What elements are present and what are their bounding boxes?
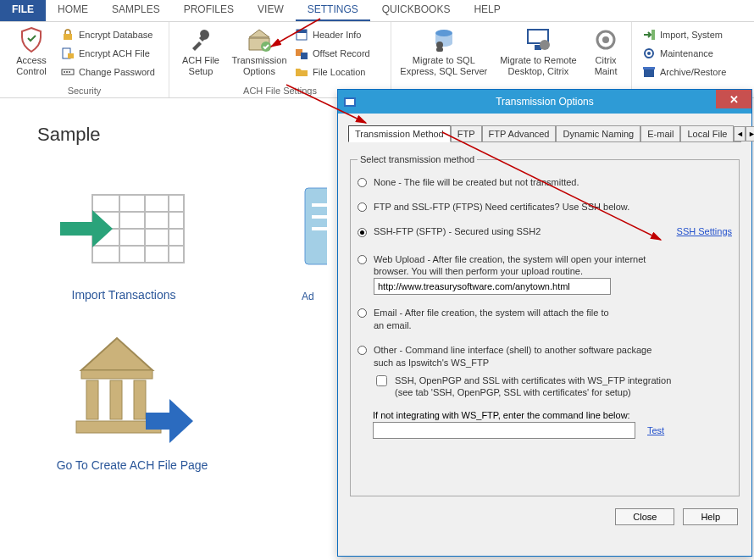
select-transmission-method-group: Select transmission method None - The fi… <box>350 154 740 496</box>
archive-restore-button[interactable]: Archive/Restore <box>639 64 729 80</box>
svg-rect-9 <box>297 30 307 33</box>
tile-create-ach-file[interactable]: Go To Create ACH File Page <box>39 333 225 472</box>
group-ach-settings: ACH File Setup Transmission Options Head… <box>169 22 391 97</box>
wsftp-checkbox[interactable] <box>376 375 387 386</box>
radio-none[interactable] <box>358 178 367 187</box>
dialog-icon <box>343 95 357 108</box>
dialog-title-bar[interactable]: Transmission Options ✕ <box>338 90 751 114</box>
dialog-close-button-bottom[interactable]: Close <box>615 508 674 525</box>
lock-icon <box>61 28 75 42</box>
change-password-button[interactable]: Change Password <box>58 64 158 80</box>
offset-record-button[interactable]: Offset Record <box>291 45 374 62</box>
database-user-icon <box>430 26 457 53</box>
command-line-input[interactable] <box>373 422 635 439</box>
test-link[interactable]: Test <box>647 425 664 435</box>
dialog-tabstrip: Transmission Method FTP FTP Advanced Dyn… <box>348 122 741 142</box>
radio-sftp[interactable] <box>358 228 367 237</box>
opt-other[interactable]: Other - Command line interface (shell) t… <box>358 344 732 369</box>
wsftp-integration-check[interactable]: SSH, OpenPGP and SSL with certificates w… <box>373 374 732 399</box>
svg-point-5 <box>66 71 68 73</box>
svg-rect-36 <box>81 370 152 379</box>
svg-rect-37 <box>86 380 98 419</box>
file-lock-icon <box>61 47 75 60</box>
group-label-security: Security <box>5 85 164 97</box>
maintenance-button[interactable]: Maintenance <box>639 45 729 62</box>
ribbon: Access Control Encrypt Database Encrypt … <box>0 22 754 98</box>
migrate-sql-button[interactable]: Migrate to SQL Express, SQL Server <box>396 25 491 85</box>
transmission-options-dialog: Transmission Options ✕ Transmission Meth… <box>337 89 752 557</box>
offset-icon <box>295 47 308 60</box>
dlg-tab-transmission-method[interactable]: Transmission Method <box>348 125 451 142</box>
migrate-remote-button[interactable]: Migrate to Remote Desktop, Citrix <box>491 25 586 85</box>
svg-point-22 <box>647 52 651 55</box>
tab-help[interactable]: HELP <box>462 0 512 21</box>
dlg-tab-local-file[interactable]: Local File <box>680 125 734 141</box>
dlg-tab-ftp[interactable]: FTP <box>451 125 482 141</box>
opt-email[interactable]: Email - After file creation, the system … <box>358 307 732 332</box>
password-icon <box>61 65 75 79</box>
web-upload-url-input[interactable] <box>374 278 611 295</box>
bank-arrow-icon <box>64 333 200 443</box>
svg-point-19 <box>602 36 609 43</box>
transmission-options-button[interactable]: Transmission Options <box>227 25 291 85</box>
import-system-button[interactable]: Import, System <box>639 26 729 43</box>
tile-create-label: Go To Create ACH File Page <box>57 458 208 472</box>
dlg-tab-ftp-advanced[interactable]: FTP Advanced <box>482 125 557 141</box>
radio-email[interactable] <box>358 308 367 318</box>
tab-file[interactable]: FILE <box>0 0 46 21</box>
opt-sftp[interactable]: SSH-FTP (SFTP) - Secured using SSH2 SSH … <box>358 225 732 238</box>
header-info-button[interactable]: Header Info <box>291 26 374 43</box>
group-migrate: Migrate to SQL Express, SQL Server Migra… <box>391 22 632 97</box>
dlg-tab-email[interactable]: E-mail <box>640 125 680 141</box>
shield-icon <box>18 26 45 53</box>
svg-point-4 <box>64 71 65 73</box>
svg-point-13 <box>436 42 443 48</box>
citrix-maint-button[interactable]: Citrix Maint <box>585 25 626 85</box>
tab-home[interactable]: HOME <box>46 0 100 21</box>
tab-scroll-right-button[interactable]: ► <box>746 126 754 141</box>
monitor-gear-icon <box>524 26 552 53</box>
folder-icon <box>295 65 308 79</box>
tab-view[interactable]: VIEW <box>246 0 296 21</box>
svg-point-6 <box>69 71 70 73</box>
tab-settings[interactable]: SETTINGS <box>296 0 370 21</box>
wrench-screwdriver-icon <box>187 26 214 53</box>
opt-web-upload[interactable]: Web Upload - After file creation, the sy… <box>358 253 732 296</box>
dialog-title-text: Transmission Options <box>496 96 594 108</box>
opt-ftps[interactable]: FTP and SSL-FTP (FTPS) Need certificates… <box>358 201 732 213</box>
dialog-help-button[interactable]: Help <box>683 508 738 525</box>
tab-samples[interactable]: SAMPLES <box>100 0 172 21</box>
fieldset-legend: Select transmission method <box>358 154 477 164</box>
dialog-close-button[interactable]: ✕ <box>716 90 751 108</box>
tab-scroll-left-button[interactable]: ◄ <box>734 126 746 141</box>
maintenance-icon <box>642 47 656 60</box>
svg-rect-32 <box>305 188 327 264</box>
svg-rect-2 <box>68 53 74 58</box>
document-lines-icon <box>302 180 327 273</box>
svg-rect-14 <box>436 47 443 52</box>
tab-quickbooks[interactable]: QUICKBOOKS <box>370 0 463 21</box>
archive-icon <box>642 65 656 79</box>
ribbon-tabs: FILE HOME SAMPLES PROFILES VIEW SETTINGS… <box>0 0 754 22</box>
tab-profiles[interactable]: PROFILES <box>172 0 246 21</box>
radio-ftps[interactable] <box>358 202 367 212</box>
import-arrow-grid-icon <box>60 180 187 273</box>
dlg-tab-dynamic-naming[interactable]: Dynamic Naming <box>556 125 640 141</box>
svg-rect-20 <box>651 30 655 40</box>
radio-other[interactable] <box>358 346 367 355</box>
svg-rect-24 <box>643 67 655 69</box>
encrypt-database-button[interactable]: Encrypt Database <box>58 26 158 43</box>
ssh-settings-link[interactable]: SSH Settings <box>677 225 732 238</box>
access-control-button[interactable]: Access Control <box>5 25 58 85</box>
opt-none[interactable]: None - The file will be created but not … <box>358 176 732 189</box>
svg-rect-39 <box>134 380 146 419</box>
ach-file-setup-button[interactable]: ACH File Setup <box>175 25 227 85</box>
svg-point-17 <box>540 40 550 50</box>
radio-web[interactable] <box>358 255 367 264</box>
group-security: Access Control Encrypt Database Encrypt … <box>0 22 169 97</box>
tile-import-label: Import Transactions <box>72 288 176 302</box>
svg-rect-11 <box>301 53 308 59</box>
file-location-button[interactable]: File Location <box>291 64 374 80</box>
tile-import-transactions[interactable]: Import Transactions <box>30 180 217 302</box>
encrypt-ach-file-button[interactable]: Encrypt ACH File <box>58 45 158 62</box>
